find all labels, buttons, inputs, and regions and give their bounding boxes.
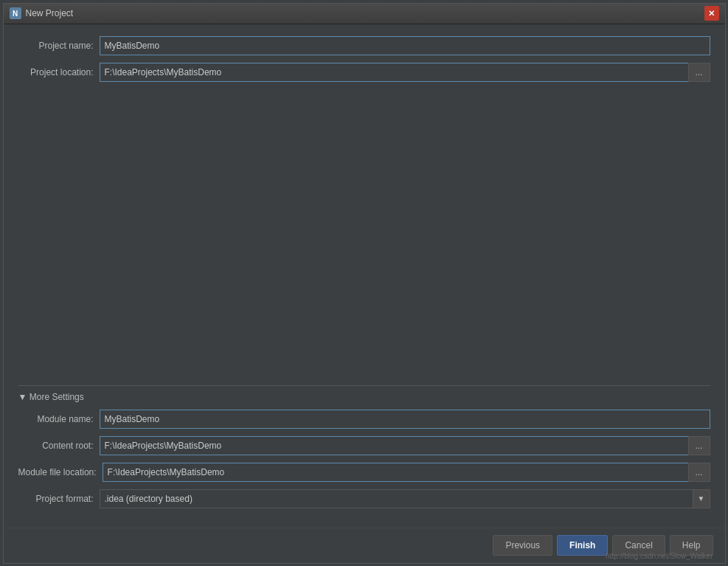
module-file-location-field-group: ... [103,463,710,482]
module-file-location-browse-button[interactable]: ... [688,463,710,482]
finish-button[interactable]: Finish [557,535,608,556]
title-bar: N New Project ✕ [4,4,725,24]
module-name-row: Module name: [18,410,710,429]
middle-spacer [18,89,710,382]
more-settings-label: ▼ More Settings [18,392,84,402]
content-area: Project name: Project location: ... ▼ Mo… [4,24,725,528]
module-file-location-label: Module file location: [18,467,103,477]
content-root-field-group: ... [100,436,710,455]
project-format-select[interactable]: .idea (directory based).ipr (file based) [100,489,710,508]
project-format-label: Project format: [18,494,100,504]
new-project-window: N New Project ✕ Project name: Project lo… [3,3,726,564]
close-button[interactable]: ✕ [704,6,719,21]
content-root-row: Content root: ... [18,436,710,455]
project-format-row: Project format: .idea (directory based).… [18,489,710,508]
footer: Previous Finish Cancel Help http://blog.… [4,528,725,563]
previous-button[interactable]: Previous [493,535,552,556]
module-name-label: Module name: [18,414,100,424]
project-location-field-group: ... [100,63,710,82]
project-location-input[interactable] [100,63,688,82]
project-location-browse-button[interactable]: ... [688,63,710,82]
window-icon: N [10,7,21,19]
project-name-input[interactable] [100,36,710,55]
window-title: New Project [26,8,704,18]
content-root-browse-button[interactable]: ... [688,436,710,455]
project-name-label: Project name: [18,41,100,51]
project-format-select-wrapper: .idea (directory based).ipr (file based)… [100,489,710,508]
content-root-label: Content root: [18,441,100,451]
watermark-text: http://blog.csdn.net/Slow_Walker [606,552,713,560]
more-settings-section: ▼ More Settings Module name: Content roo… [18,385,710,516]
project-location-row: Project location: ... [18,63,710,82]
project-name-row: Project name: [18,36,710,55]
module-file-location-input[interactable] [103,463,688,482]
more-settings-toggle[interactable]: ▼ More Settings [18,392,710,402]
module-file-location-row: Module file location: ... [18,463,710,482]
project-location-label: Project location: [18,67,100,77]
content-root-input[interactable] [100,436,688,455]
module-name-input[interactable] [100,410,710,429]
